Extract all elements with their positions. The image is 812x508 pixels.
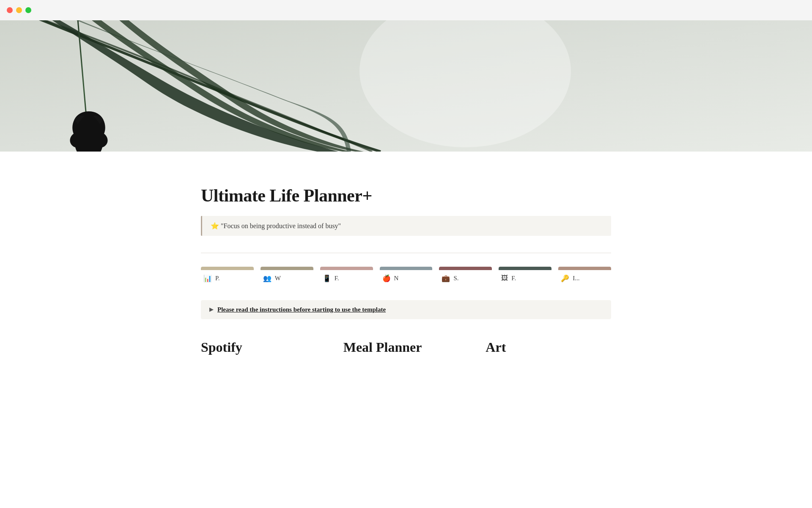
titlebar [0,0,812,20]
nav-card-label-s: S. [453,275,458,282]
nav-card-bar-s [439,267,492,270]
nav-card-f1[interactable]: 📱 F. [320,267,373,287]
phone-icon: 📱 [323,274,331,282]
bottom-card-art[interactable]: Art [486,340,611,355]
nav-card-label-f1: F. [335,275,339,282]
page-title: Ultimate Life Planner+ [201,185,611,206]
nav-card-label-n: N [394,275,399,282]
nav-card-label-w: W [275,275,281,282]
nav-card-content-f2: 🖼 F. [499,270,551,286]
nav-card-bar-f2 [499,267,551,270]
bottom-cards: Spotify Meal Planner Art [201,340,611,389]
quote-text: ⭐ "Focus on being productive instead of … [211,222,341,229]
close-button[interactable] [7,7,13,13]
nav-card-label-p: P. [215,275,219,282]
logo-container [59,109,118,152]
bottom-card-meal-planner[interactable]: Meal Planner [343,340,469,355]
nav-card-bar-p [201,267,254,270]
maximize-button[interactable] [25,7,31,13]
nav-card-bar-n [380,267,433,270]
frame-icon: 🖼 [501,274,508,282]
nav-card-content-s: 💼 S. [439,270,492,287]
instructions-link[interactable]: Please read the instructions before star… [217,306,386,313]
nav-card-label-f2: F. [511,275,516,282]
nav-card-f2[interactable]: 🖼 F. [499,267,551,287]
nav-card-content-f1: 📱 F. [320,270,373,287]
nav-card-i[interactable]: 🔑 I... [558,267,611,287]
people-icon: 👥 [263,274,272,282]
hero-banner [0,20,812,152]
toggle-arrow-icon: ▶ [209,306,213,313]
bottom-card-spotify[interactable]: Spotify [201,340,326,355]
nav-card-content-w: 👥 W [261,270,313,287]
chart-icon: 📊 [203,274,212,282]
nav-card-content-i: 🔑 I... [558,270,611,287]
quote-block: ⭐ "Focus on being productive instead of … [201,216,611,236]
nav-cards: 📊 P. 👥 W 📱 F. 🍎 N [201,267,611,287]
nav-card-p[interactable]: 📊 P. [201,267,254,287]
nav-card-bar-i [558,267,611,270]
nav-card-n[interactable]: 🍎 N [380,267,433,287]
apple-icon: 🍎 [382,274,391,282]
section-divider [201,253,611,253]
nav-card-bar-w [261,267,313,270]
nav-card-content-n: 🍎 N [380,270,433,287]
briefcase-icon: 💼 [442,274,450,282]
nav-card-label-i: I... [573,275,579,282]
main-content: Ultimate Life Planner+ ⭐ "Focus on being… [142,152,670,389]
nav-card-w[interactable]: 👥 W [261,267,313,287]
logo-icon [59,109,118,152]
nav-card-s[interactable]: 💼 S. [439,267,492,287]
bottom-card-title-meal-planner: Meal Planner [343,340,469,355]
bottom-card-title-art: Art [486,340,611,355]
nav-card-content-p: 📊 P. [201,270,254,287]
minimize-button[interactable] [16,7,22,13]
instructions-toggle[interactable]: ▶ Please read the instructions before st… [201,300,611,319]
nav-card-bar-f1 [320,267,373,270]
bottom-card-title-spotify: Spotify [201,340,326,355]
key-icon: 🔑 [561,274,569,282]
